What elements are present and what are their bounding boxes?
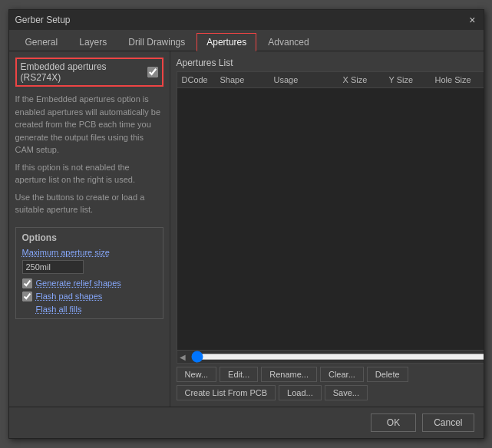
embedded-apertures-checkbox[interactable]: [147, 67, 158, 77]
generate-relief-checkbox[interactable]: [22, 278, 32, 288]
tab-general[interactable]: General: [15, 33, 68, 51]
dialog-title: Gerber Setup: [15, 15, 71, 25]
gerber-setup-dialog: Gerber Setup × General Layers Drill Draw…: [8, 9, 484, 439]
cancel-button[interactable]: Cancel: [422, 413, 474, 432]
th-shape: Shape: [216, 74, 269, 86]
close-button[interactable]: ×: [467, 14, 477, 26]
generate-relief-label: Generate relief shapes: [36, 278, 121, 288]
table-body: [177, 88, 484, 350]
tabs-bar: General Layers Drill Drawings Apertures …: [9, 30, 484, 51]
tab-advanced[interactable]: Advanced: [258, 33, 319, 51]
generate-relief-row: Generate relief shapes: [22, 278, 157, 288]
create-list-button[interactable]: Create List From PCB: [177, 385, 276, 400]
flash-pad-row: Flash pad shapes: [22, 292, 157, 301]
right-panel: Apertures List DCode Shape Usage X Size …: [170, 51, 484, 407]
max-aperture-input[interactable]: [22, 260, 84, 274]
tab-apertures[interactable]: Apertures: [196, 33, 256, 51]
th-dcode: DCode: [177, 74, 216, 86]
apertures-list-title: Apertures List: [177, 58, 484, 68]
max-aperture-label: Maximum aperture size: [22, 248, 157, 257]
th-ysize: Y Size: [385, 74, 431, 86]
action-buttons-row-2: Create List From PCB Load... Save...: [177, 385, 484, 400]
new-button[interactable]: New...: [177, 367, 217, 382]
tab-drill-drawings[interactable]: Drill Drawings: [118, 33, 195, 51]
save-button[interactable]: Save...: [325, 385, 368, 400]
apertures-table: DCode Shape Usage X Size Y Size Hole Siz…: [177, 71, 484, 364]
th-usage: Usage: [269, 74, 338, 86]
tab-layers[interactable]: Layers: [69, 33, 117, 51]
ok-button[interactable]: OK: [371, 413, 416, 432]
th-xsize: X Size: [338, 74, 385, 86]
embedded-apertures-label: Embedded apertures (RS274X): [21, 61, 144, 83]
edit-button[interactable]: Edit...: [220, 367, 258, 382]
info-text-3: Use the buttons to create or load a suit…: [15, 191, 163, 216]
table-header: DCode Shape Usage X Size Y Size Hole Siz…: [177, 72, 484, 88]
scrollbar-row: ◀ ▶: [177, 350, 484, 363]
title-bar: Gerber Setup ×: [9, 10, 484, 30]
footer-bar: OK Cancel: [9, 407, 484, 438]
th-holesize: Hole Size: [431, 74, 484, 86]
rename-button[interactable]: Rename...: [261, 367, 317, 382]
horizontal-scrollbar[interactable]: [191, 352, 484, 361]
flash-all-fills-link[interactable]: Flash all fills: [36, 305, 157, 314]
options-title: Options: [22, 232, 157, 243]
left-panel: Embedded apertures (RS274X) If the Embed…: [9, 51, 170, 407]
flash-pad-checkbox[interactable]: [22, 292, 32, 301]
scroll-left-icon[interactable]: ◀: [177, 353, 188, 361]
load-button[interactable]: Load...: [279, 385, 322, 400]
clear-button[interactable]: Clear...: [320, 367, 364, 382]
flash-pad-label: Flash pad shapes: [36, 292, 103, 301]
options-box: Options Maximum aperture size Generate r…: [15, 227, 163, 319]
content-area: Embedded apertures (RS274X) If the Embed…: [9, 51, 484, 407]
embedded-apertures-row: Embedded apertures (RS274X): [15, 58, 163, 87]
info-text-1: If the Embedded apertures option is enab…: [15, 93, 163, 156]
info-text-2: If this option is not enabled the apertu…: [15, 161, 163, 186]
action-buttons-row-1: New... Edit... Rename... Clear... Delete: [177, 367, 484, 382]
delete-button[interactable]: Delete: [367, 367, 408, 382]
